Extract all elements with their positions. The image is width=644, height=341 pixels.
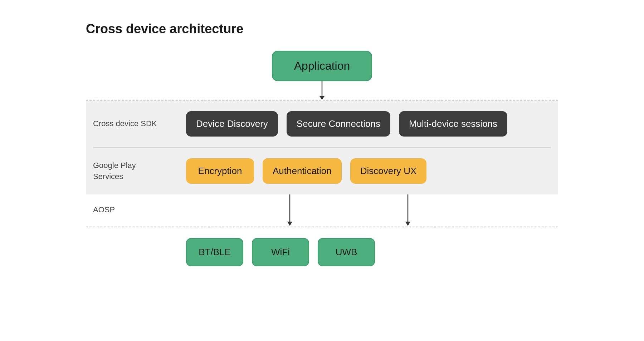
authentication-box: Authentication (263, 158, 342, 184)
bt-ble-box: BT/BLE (186, 238, 243, 266)
discovery-ux-box: Discovery UX (350, 158, 426, 184)
aosp-arrows-svg (186, 194, 472, 227)
multi-device-sessions-box: Multi-device sessions (399, 111, 507, 137)
application-box: Application (272, 51, 372, 81)
sdk-row: Cross device SDK Device Discovery Secure… (86, 100, 558, 147)
diagram-container: Cross device architecture Application Cr… (72, 0, 572, 288)
gps-label: Google Play Services (93, 160, 165, 182)
app-row: Application (86, 51, 558, 81)
svg-marker-3 (287, 222, 292, 226)
secure-connections-box: Secure Connections (287, 111, 390, 137)
svg-marker-5 (405, 222, 410, 226)
sdk-label: Cross device SDK (93, 118, 165, 129)
page-title: Cross device architecture (86, 21, 558, 36)
app-to-sdk-arrow (86, 81, 558, 100)
svg-marker-1 (319, 96, 325, 100)
diagram-area: Application Cross device SDK Device Disc… (86, 51, 558, 273)
device-discovery-box: Device Discovery (186, 111, 278, 137)
arrow-down-svg (319, 81, 325, 100)
sdk-boxes: Device Discovery Secure Connections Mult… (186, 111, 551, 137)
aosp-label: AOSP (93, 194, 165, 214)
bottom-boxes: BT/BLE WiFi UWB (186, 238, 551, 266)
wifi-box: WiFi (252, 238, 309, 266)
encryption-box: Encryption (186, 158, 254, 184)
uwb-box: UWB (318, 238, 375, 266)
aosp-section: AOSP (86, 194, 558, 227)
bottom-row: BT/BLE WiFi UWB (86, 227, 558, 273)
gray-section: Cross device SDK Device Discovery Secure… (86, 100, 558, 194)
gps-row: Google Play Services Encryption Authenti… (86, 148, 558, 194)
gps-boxes: Encryption Authentication Discovery UX (186, 158, 551, 184)
aosp-arrows-area (186, 194, 551, 227)
